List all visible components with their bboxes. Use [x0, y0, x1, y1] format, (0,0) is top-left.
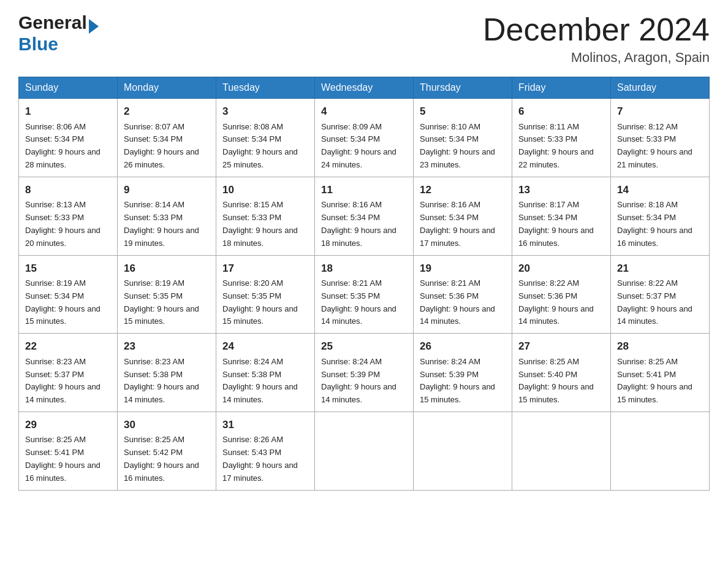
calendar-day-cell: 12Sunrise: 8:16 AMSunset: 5:34 PMDayligh…: [414, 177, 512, 255]
day-of-week-header: Friday: [512, 77, 611, 99]
title-block: December 2024 Molinos, Aragon, Spain: [483, 12, 710, 66]
day-number: 28: [617, 339, 703, 354]
month-title: December 2024: [483, 12, 710, 47]
calendar-day-cell: 21Sunrise: 8:22 AMSunset: 5:37 PMDayligh…: [611, 255, 710, 334]
day-number: 3: [222, 104, 308, 120]
day-info: Sunrise: 8:16 AMSunset: 5:34 PMDaylight:…: [321, 200, 396, 247]
day-number: 8: [25, 182, 111, 198]
calendar-day-cell: 27Sunrise: 8:25 AMSunset: 5:40 PMDayligh…: [512, 334, 611, 412]
calendar-week-row: 1Sunrise: 8:06 AMSunset: 5:34 PMDaylight…: [19, 99, 710, 177]
day-info: Sunrise: 8:08 AMSunset: 5:34 PMDaylight:…: [222, 122, 298, 169]
day-info: Sunrise: 8:20 AMSunset: 5:35 PMDaylight:…: [222, 278, 298, 326]
day-info: Sunrise: 8:12 AMSunset: 5:33 PMDaylight:…: [617, 122, 692, 169]
calendar-week-row: 22Sunrise: 8:23 AMSunset: 5:37 PMDayligh…: [19, 334, 710, 412]
calendar-day-cell: 17Sunrise: 8:20 AMSunset: 5:35 PMDayligh…: [216, 255, 315, 334]
day-of-week-header: Monday: [118, 77, 216, 99]
calendar-day-cell: 19Sunrise: 8:21 AMSunset: 5:36 PMDayligh…: [414, 255, 512, 334]
logo-triangle-icon: [89, 19, 99, 34]
calendar-table: SundayMondayTuesdayWednesdayThursdayFrid…: [18, 77, 710, 490]
day-info: Sunrise: 8:13 AMSunset: 5:33 PMDaylight:…: [25, 200, 100, 247]
calendar-day-cell: [512, 412, 611, 490]
day-number: 31: [222, 417, 308, 433]
page-header: General Blue December 2024 Molinos, Arag…: [18, 12, 710, 66]
calendar-day-cell: 14Sunrise: 8:18 AMSunset: 5:34 PMDayligh…: [611, 177, 710, 255]
day-number: 4: [321, 104, 407, 120]
calendar-week-row: 15Sunrise: 8:19 AMSunset: 5:34 PMDayligh…: [19, 255, 710, 334]
day-number: 9: [124, 182, 210, 198]
days-of-week-row: SundayMondayTuesdayWednesdayThursdayFrid…: [19, 77, 710, 99]
calendar-day-cell: 16Sunrise: 8:19 AMSunset: 5:35 PMDayligh…: [118, 255, 216, 334]
day-number: 30: [124, 417, 210, 433]
calendar-day-cell: 15Sunrise: 8:19 AMSunset: 5:34 PMDayligh…: [19, 255, 118, 334]
day-info: Sunrise: 8:24 AMSunset: 5:39 PMDaylight:…: [321, 357, 396, 404]
calendar-day-cell: 3Sunrise: 8:08 AMSunset: 5:34 PMDaylight…: [216, 99, 315, 177]
day-number: 19: [420, 261, 506, 277]
day-info: Sunrise: 8:25 AMSunset: 5:40 PMDaylight:…: [518, 357, 594, 404]
day-number: 5: [420, 104, 506, 120]
day-info: Sunrise: 8:15 AMSunset: 5:33 PMDaylight:…: [222, 200, 298, 247]
calendar-day-cell: 31Sunrise: 8:26 AMSunset: 5:43 PMDayligh…: [216, 412, 315, 490]
calendar-day-cell: 6Sunrise: 8:11 AMSunset: 5:33 PMDaylight…: [512, 99, 611, 177]
day-info: Sunrise: 8:25 AMSunset: 5:42 PMDaylight:…: [124, 435, 199, 482]
day-number: 25: [321, 339, 407, 354]
day-info: Sunrise: 8:23 AMSunset: 5:37 PMDaylight:…: [25, 357, 100, 404]
day-info: Sunrise: 8:26 AMSunset: 5:43 PMDaylight:…: [222, 435, 298, 482]
day-number: 27: [518, 339, 604, 354]
day-info: Sunrise: 8:14 AMSunset: 5:33 PMDaylight:…: [124, 200, 199, 247]
calendar-day-cell: 1Sunrise: 8:06 AMSunset: 5:34 PMDaylight…: [19, 99, 118, 177]
day-info: Sunrise: 8:18 AMSunset: 5:34 PMDaylight:…: [617, 200, 692, 247]
calendar-day-cell: 28Sunrise: 8:25 AMSunset: 5:41 PMDayligh…: [611, 334, 710, 412]
day-info: Sunrise: 8:22 AMSunset: 5:37 PMDaylight:…: [617, 278, 692, 326]
day-info: Sunrise: 8:17 AMSunset: 5:34 PMDaylight:…: [518, 200, 594, 247]
day-number: 20: [518, 261, 604, 277]
day-info: Sunrise: 8:06 AMSunset: 5:34 PMDaylight:…: [25, 122, 100, 169]
location-subtitle: Molinos, Aragon, Spain: [483, 50, 710, 66]
calendar-day-cell: 11Sunrise: 8:16 AMSunset: 5:34 PMDayligh…: [315, 177, 414, 255]
logo-blue-text: Blue: [18, 34, 58, 55]
day-number: 1: [25, 104, 111, 120]
calendar-day-cell: 25Sunrise: 8:24 AMSunset: 5:39 PMDayligh…: [315, 334, 414, 412]
day-number: 23: [124, 339, 210, 354]
calendar-day-cell: 4Sunrise: 8:09 AMSunset: 5:34 PMDaylight…: [315, 99, 414, 177]
calendar-day-cell: 22Sunrise: 8:23 AMSunset: 5:37 PMDayligh…: [19, 334, 118, 412]
day-info: Sunrise: 8:24 AMSunset: 5:39 PMDaylight:…: [420, 357, 495, 404]
calendar-day-cell: 24Sunrise: 8:24 AMSunset: 5:38 PMDayligh…: [216, 334, 315, 412]
calendar-day-cell: 9Sunrise: 8:14 AMSunset: 5:33 PMDaylight…: [118, 177, 216, 255]
calendar-day-cell: 10Sunrise: 8:15 AMSunset: 5:33 PMDayligh…: [216, 177, 315, 255]
day-number: 15: [25, 261, 111, 277]
day-info: Sunrise: 8:10 AMSunset: 5:34 PMDaylight:…: [420, 122, 495, 169]
day-number: 17: [222, 261, 308, 277]
day-number: 6: [518, 104, 604, 120]
day-number: 16: [124, 261, 210, 277]
day-info: Sunrise: 8:16 AMSunset: 5:34 PMDaylight:…: [420, 200, 495, 247]
calendar-day-cell: [414, 412, 512, 490]
calendar-day-cell: 20Sunrise: 8:22 AMSunset: 5:36 PMDayligh…: [512, 255, 611, 334]
day-info: Sunrise: 8:23 AMSunset: 5:38 PMDaylight:…: [124, 357, 199, 404]
calendar-week-row: 8Sunrise: 8:13 AMSunset: 5:33 PMDaylight…: [19, 177, 710, 255]
calendar-day-cell: 23Sunrise: 8:23 AMSunset: 5:38 PMDayligh…: [118, 334, 216, 412]
day-info: Sunrise: 8:19 AMSunset: 5:34 PMDaylight:…: [25, 278, 100, 326]
day-info: Sunrise: 8:25 AMSunset: 5:41 PMDaylight:…: [617, 357, 692, 404]
day-info: Sunrise: 8:11 AMSunset: 5:33 PMDaylight:…: [518, 122, 594, 169]
day-number: 7: [617, 104, 703, 120]
day-number: 12: [420, 182, 506, 198]
day-number: 11: [321, 182, 407, 198]
day-number: 18: [321, 261, 407, 277]
calendar-day-cell: 18Sunrise: 8:21 AMSunset: 5:35 PMDayligh…: [315, 255, 414, 334]
day-number: 21: [617, 261, 703, 277]
day-of-week-header: Sunday: [19, 77, 118, 99]
day-number: 22: [25, 339, 111, 354]
calendar-day-cell: 13Sunrise: 8:17 AMSunset: 5:34 PMDayligh…: [512, 177, 611, 255]
day-number: 13: [518, 182, 604, 198]
day-number: 2: [124, 104, 210, 120]
calendar-week-row: 29Sunrise: 8:25 AMSunset: 5:41 PMDayligh…: [19, 412, 710, 490]
calendar-day-cell: 8Sunrise: 8:13 AMSunset: 5:33 PMDaylight…: [19, 177, 118, 255]
logo-general-text: General: [18, 12, 99, 34]
calendar-day-cell: [315, 412, 414, 490]
calendar-day-cell: [611, 412, 710, 490]
logo: General Blue: [18, 12, 99, 55]
day-info: Sunrise: 8:07 AMSunset: 5:34 PMDaylight:…: [124, 122, 199, 169]
calendar-day-cell: 30Sunrise: 8:25 AMSunset: 5:42 PMDayligh…: [118, 412, 216, 490]
day-number: 26: [420, 339, 506, 354]
day-of-week-header: Tuesday: [216, 77, 315, 99]
